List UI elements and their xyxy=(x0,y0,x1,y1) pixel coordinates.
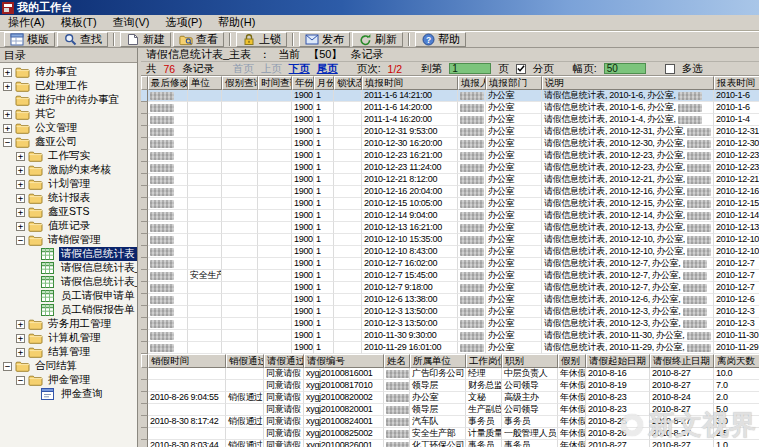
row-selector[interactable] xyxy=(141,222,148,234)
row-selector[interactable] xyxy=(141,342,148,354)
row-selector[interactable] xyxy=(141,114,148,126)
column-header[interactable]: 报表时间 xyxy=(714,76,759,90)
row-selector[interactable] xyxy=(141,210,148,222)
column-header[interactable]: 填报人 xyxy=(458,76,486,90)
expand-icon[interactable]: + xyxy=(3,110,12,119)
sidebar-item-14[interactable]: 请假信息统计表_单位 xyxy=(0,261,137,275)
detail-table-row[interactable]: 同意请假xygj20100820001领导层生产副总公司领导年休假2010-8-… xyxy=(141,404,759,416)
row-selector[interactable] xyxy=(141,258,148,270)
row-selector[interactable] xyxy=(141,150,148,162)
table-row[interactable]: 190012010-12-14 9:04:00办公室请假信息统计表, 2010-… xyxy=(141,210,759,222)
sidebar-item-3[interactable]: +其它 xyxy=(0,107,137,121)
column-header[interactable]: 离岗天数 xyxy=(714,354,759,368)
collapse-icon[interactable]: − xyxy=(16,236,25,245)
table-row[interactable]: 190012010-12-10 15:35:00办公室请假信息统计表, 2010… xyxy=(141,234,759,246)
page-size-input[interactable]: 50 xyxy=(604,63,646,74)
view-button[interactable]: 查看 xyxy=(173,32,224,47)
multi-select-checkbox[interactable] xyxy=(665,64,675,74)
column-header[interactable]: 假别 xyxy=(558,354,586,368)
row-selector[interactable] xyxy=(141,428,148,440)
menu-item-2[interactable]: 查询(V) xyxy=(105,14,158,31)
column-header[interactable]: 职别 xyxy=(502,354,558,368)
detail-table-row[interactable]: 同意请假xygj20100825002安全生产部计量质量一般管理人员年休假201… xyxy=(141,428,759,440)
expand-icon[interactable]: + xyxy=(16,152,25,161)
row-selector[interactable] xyxy=(141,318,148,330)
sidebar-item-5[interactable]: −鑫亚公司 xyxy=(0,135,137,149)
sidebar-item-0[interactable]: +待办事宜 xyxy=(0,65,137,79)
sidebar-item-18[interactable]: +劳务用工管理 xyxy=(0,317,137,331)
column-header[interactable]: 请假起始日期 xyxy=(586,354,650,368)
expand-icon[interactable]: + xyxy=(16,222,25,231)
column-header[interactable]: 请假通过 xyxy=(264,354,304,368)
row-selector[interactable] xyxy=(141,186,148,198)
expand-icon[interactable]: + xyxy=(16,180,25,189)
detail-table-row[interactable]: 同意请假xygj20100816001广告印务公司经理中层负责人年休假2010-… xyxy=(141,368,759,380)
row-selector[interactable] xyxy=(141,306,148,318)
row-selector[interactable] xyxy=(141,380,148,392)
table-row[interactable]: 190012010-12-7 16:02:00办公室请假信息统计表, 2010-… xyxy=(141,258,759,270)
expand-icon[interactable]: + xyxy=(16,166,25,175)
column-header[interactable]: 所属单位 xyxy=(410,354,466,368)
row-selector[interactable] xyxy=(141,246,148,258)
column-header[interactable]: 最后修改 xyxy=(148,76,188,90)
table-row[interactable]: 190012010-12-23 11:24:00办公室请假信息统计表, 2010… xyxy=(141,162,759,174)
sidebar-item-8[interactable]: +计划管理 xyxy=(0,177,137,191)
column-header[interactable]: 填报部门 xyxy=(486,76,542,90)
sidebar-item-10[interactable]: +鑫亚STS xyxy=(0,205,137,219)
table-row[interactable]: 190012010-12-7 9:18:00办公室请假信息统计表, 2010-1… xyxy=(141,282,759,294)
table-row[interactable]: 190012010-11-30 9:30:00办公室请假信息统计表, 2010-… xyxy=(141,330,759,342)
sidebar-item-2[interactable]: 进行中的待办事宜 xyxy=(0,93,137,107)
column-header[interactable]: 请假编号 xyxy=(304,354,384,368)
column-header[interactable]: 单位 xyxy=(188,76,222,90)
table-row[interactable]: 190012010-12-6 13:38:00办公室请假信息统计表, 2010-… xyxy=(141,294,759,306)
expand-icon[interactable]: + xyxy=(16,348,25,357)
row-selector[interactable] xyxy=(141,174,148,186)
row-selector[interactable] xyxy=(141,330,148,342)
sidebar-item-16[interactable]: 员工请假申请单 xyxy=(0,289,137,303)
expand-icon[interactable]: + xyxy=(16,208,25,217)
column-header[interactable]: 时间查询 xyxy=(258,76,292,90)
detail-table-row[interactable]: 同意请假xygj20100817010领导层财务总监公司领导年休假2010-8-… xyxy=(141,380,759,392)
expand-icon[interactable]: + xyxy=(16,320,25,329)
menu-item-3[interactable]: 选项(P) xyxy=(157,14,210,31)
column-header[interactable]: 销假通过 xyxy=(226,354,264,368)
sidebar-item-4[interactable]: +公文管理 xyxy=(0,121,137,135)
column-header[interactable]: 锁状态 xyxy=(334,76,362,90)
expand-icon[interactable]: + xyxy=(3,68,12,77)
table-row[interactable]: 190012010-12-16 20:04:00办公室请假信息统计表, 2010… xyxy=(141,186,759,198)
detail-table-row[interactable]: 2010-8-30 8:17:42销假通过同意请假xygj20100824001… xyxy=(141,416,759,428)
prev-page-link[interactable]: 上页 xyxy=(261,62,282,76)
column-header[interactable]: 说明 xyxy=(542,76,714,90)
row-selector[interactable] xyxy=(141,270,148,282)
sidebar-item-13[interactable]: 请假信息统计表 xyxy=(0,247,137,261)
table-row[interactable]: 190012010-12-3 13:50:00办公室请假信息统计表, 2010-… xyxy=(141,306,759,318)
column-header[interactable]: 工作岗位 xyxy=(466,354,502,368)
sidebar-item-19[interactable]: +计算机管理 xyxy=(0,331,137,345)
template-button[interactable]: 模版 xyxy=(4,32,55,47)
sidebar-item-21[interactable]: −合同结算 xyxy=(0,359,137,373)
next-page-link[interactable]: 下页 xyxy=(289,62,310,76)
table-row[interactable]: 190012010-12-30 16:20:00办公室请假信息统计表, 2010… xyxy=(141,138,759,150)
sidebar-item-6[interactable]: +工作写实 xyxy=(0,149,137,163)
lock-button[interactable]: 上锁 xyxy=(236,32,287,47)
column-header[interactable]: 请假终止日期 xyxy=(650,354,714,368)
sidebar-item-9[interactable]: +统计报表 xyxy=(0,191,137,205)
row-selector[interactable] xyxy=(141,198,148,210)
row-selector[interactable] xyxy=(141,368,148,380)
row-selector[interactable] xyxy=(141,416,148,428)
collapse-icon[interactable]: − xyxy=(3,362,12,371)
row-selector[interactable] xyxy=(141,102,148,114)
table-row[interactable]: 190012011-1-4 16:20:00办公室请假信息统计表, 2010-1… xyxy=(141,114,759,126)
sidebar-item-17[interactable]: 员工销假报告单 xyxy=(0,303,137,317)
first-page-link[interactable]: 首页 xyxy=(233,62,254,76)
table-row[interactable]: 安全生产部190012010-12-7 15:45:00办公室请假信息统计表, … xyxy=(141,270,759,282)
row-selector[interactable] xyxy=(141,90,148,102)
sidebar-item-7[interactable]: +激励约束考核 xyxy=(0,163,137,177)
sidebar-item-23[interactable]: 押金查询 xyxy=(0,387,137,401)
sidebar-item-1[interactable]: +已处理工作 xyxy=(0,79,137,93)
expand-icon[interactable]: + xyxy=(3,124,12,133)
row-selector[interactable] xyxy=(141,294,148,306)
table-row[interactable]: 190012010-11-29 16:01:00办公室请假信息统计表, 2010… xyxy=(141,342,759,354)
sidebar-item-20[interactable]: +结算管理 xyxy=(0,345,137,359)
column-header[interactable]: 年份 xyxy=(292,76,314,90)
